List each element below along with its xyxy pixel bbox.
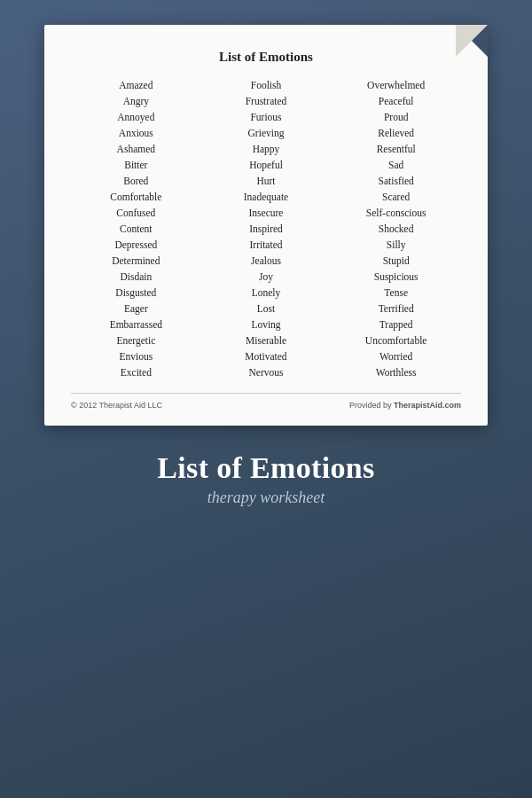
emotion-item: Content bbox=[71, 221, 201, 237]
emotion-item: Irritated bbox=[201, 237, 332, 253]
emotion-item: Self-conscious bbox=[331, 205, 461, 221]
emotion-item: Hopeful bbox=[201, 157, 332, 173]
emotion-item: Peaceful bbox=[331, 93, 461, 109]
paper-corner-fold bbox=[456, 25, 488, 57]
footer-brand: TherapistAid.com bbox=[394, 401, 461, 410]
emotion-item: Determined bbox=[71, 253, 201, 269]
emotion-item: Comfortable bbox=[71, 189, 201, 205]
document-paper: List of Emotions AmazedFoolishOverwhelme… bbox=[44, 25, 488, 426]
emotion-item: Embarrassed bbox=[71, 317, 201, 332]
emotion-item: Scared bbox=[331, 189, 461, 205]
emotion-item: Inspired bbox=[201, 221, 332, 237]
emotion-item: Furious bbox=[201, 109, 332, 125]
emotion-item: Tense bbox=[331, 285, 461, 301]
emotion-item: Stupid bbox=[331, 253, 461, 269]
emotion-item: Bitter bbox=[71, 157, 201, 173]
emotion-item: Overwhelmed bbox=[331, 77, 461, 93]
emotion-item: Satisfied bbox=[331, 173, 461, 189]
emotion-item: Confused bbox=[71, 205, 201, 221]
emotion-item: Trapped bbox=[331, 317, 461, 332]
emotion-item: Happy bbox=[201, 141, 332, 157]
emotion-item: Inadequate bbox=[201, 189, 332, 205]
footer-provided-by: Provided by bbox=[349, 401, 394, 410]
emotion-item: Annoyed bbox=[71, 109, 201, 125]
emotion-item: Miserable bbox=[201, 332, 332, 348]
emotion-item: Amazed bbox=[71, 77, 201, 93]
emotion-item: Lonely bbox=[201, 285, 332, 301]
emotion-item: Uncomfortable bbox=[331, 332, 461, 348]
emotion-item: Eager bbox=[71, 301, 201, 317]
emotion-item: Worthless bbox=[331, 364, 461, 380]
footer-copyright: © 2012 Therapist Aid LLC bbox=[71, 401, 162, 410]
emotion-item: Terrified bbox=[331, 301, 461, 317]
emotion-item: Relieved bbox=[331, 125, 461, 141]
emotion-item: Foolish bbox=[201, 77, 332, 93]
emotion-item: Resentful bbox=[331, 141, 461, 157]
emotion-item: Angry bbox=[71, 93, 201, 109]
emotion-item: Worried bbox=[331, 348, 461, 364]
emotion-item: Excited bbox=[71, 364, 201, 380]
emotion-item: Energetic bbox=[71, 332, 201, 348]
page-background: List of Emotions AmazedFoolishOverwhelme… bbox=[0, 0, 532, 798]
emotion-item: Depressed bbox=[71, 237, 201, 253]
emotion-item: Lost bbox=[201, 301, 332, 317]
bottom-subtitle: therapy worksheet bbox=[157, 489, 374, 507]
emotion-item: Envious bbox=[71, 348, 201, 364]
emotion-item: Grieving bbox=[201, 125, 332, 141]
emotion-item: Suspicious bbox=[331, 269, 461, 285]
emotion-item: Disdain bbox=[71, 269, 201, 285]
emotion-item: Silly bbox=[331, 237, 461, 253]
emotion-item: Frustrated bbox=[201, 93, 332, 109]
bottom-title: List of Emotions bbox=[157, 450, 374, 485]
emotion-item: Sad bbox=[331, 157, 461, 173]
footer-website: Provided by TherapistAid.com bbox=[349, 401, 461, 410]
emotion-item: Proud bbox=[331, 109, 461, 125]
emotion-item: Hurt bbox=[201, 173, 332, 189]
emotion-item: Loving bbox=[201, 317, 332, 332]
emotion-item: Motivated bbox=[201, 348, 332, 364]
emotion-item: Disgusted bbox=[71, 285, 201, 301]
document-title: List of Emotions bbox=[71, 50, 461, 65]
emotion-item: Anxious bbox=[71, 125, 201, 141]
emotion-item: Joy bbox=[201, 269, 332, 285]
bottom-section: List of Emotions therapy worksheet bbox=[157, 450, 374, 507]
document-footer: © 2012 Therapist Aid LLC Provided by The… bbox=[71, 393, 461, 410]
emotions-grid: AmazedFoolishOverwhelmedAngryFrustratedP… bbox=[71, 77, 461, 380]
emotion-item: Shocked bbox=[331, 221, 461, 237]
emotion-item: Ashamed bbox=[71, 141, 201, 157]
emotion-item: Insecure bbox=[201, 205, 332, 221]
emotion-item: Jealous bbox=[201, 253, 332, 269]
emotion-item: Bored bbox=[71, 173, 201, 189]
emotion-item: Nervous bbox=[201, 364, 332, 380]
